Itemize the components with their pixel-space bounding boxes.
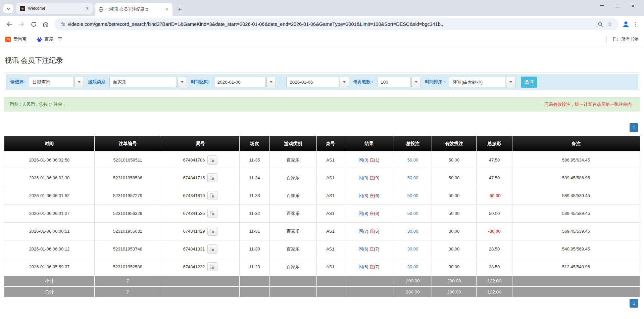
sort-order-select[interactable]: 降幂(由大到小) [449, 77, 515, 87]
tab-close-icon[interactable]: ✕ [164, 7, 170, 12]
round-number: 674841331 [183, 246, 205, 252]
cell-bet-id: 523101957279 [95, 187, 161, 204]
total-bet-link[interactable]: 50.00 [407, 193, 418, 198]
total-bet-link[interactable]: 30.00 [407, 246, 418, 252]
cell-payout: 50.00 [477, 204, 512, 222]
cell-note: 586.95/634.45 [512, 151, 640, 169]
chevron-down-icon[interactable] [340, 77, 349, 87]
total-bet-link[interactable]: 50.00 [407, 175, 418, 180]
query-type-select[interactable]: 日期查询 [29, 77, 84, 87]
home-icon [42, 21, 49, 28]
search-button[interactable]: 查询 [521, 77, 537, 88]
chevron-down-icon[interactable] [75, 77, 84, 87]
game-kind-select[interactable]: 百家乐 [109, 77, 187, 87]
all-bookmarks-button[interactable]: 所有书签 [613, 36, 639, 42]
reload-button[interactable] [28, 18, 40, 30]
total-bet-link[interactable]: 30.00 [407, 264, 418, 269]
site-settings-icon[interactable] [58, 19, 68, 29]
bookmark-label: 百度一下 [45, 36, 62, 42]
sum-game [270, 286, 317, 297]
cell-round: 674841331 [161, 240, 240, 258]
bookmark-taobao[interactable]: 淘 爱淘宝 [5, 36, 27, 42]
back-button[interactable] [3, 18, 15, 30]
cell-game-kind: 百家乐 [270, 258, 317, 276]
forward-button[interactable] [15, 18, 28, 30]
cell-note: 589.45/539.45 [512, 187, 640, 204]
tab-welcome[interactable]: ◆ Welcome ✕ [16, 3, 93, 14]
result-banker: 庄(9) [369, 175, 379, 181]
date-range-tilde: ~ [280, 80, 283, 85]
total-bet-link[interactable]: 50.00 [407, 157, 418, 163]
table-row: 2026-01-06 06:00:51523101955032674841429… [4, 222, 640, 240]
welcome-favicon-icon: ◆ [20, 6, 25, 11]
page-number-button[interactable]: 1 [630, 299, 638, 308]
minimize-button[interactable] [594, 0, 610, 11]
reload-icon [31, 21, 37, 28]
separator [606, 36, 607, 43]
total-bet-link[interactable]: 30.00 [407, 229, 418, 234]
video-replay-button[interactable] [207, 173, 217, 182]
filter-label-page-size: 每页笔数 : [353, 79, 373, 85]
page-size-select[interactable]: 100 [377, 77, 421, 87]
payout-value: 47.50 [489, 157, 500, 163]
tab-close-icon[interactable]: ✕ [84, 6, 90, 11]
tab-search-button[interactable] [3, 4, 13, 13]
video-replay-button[interactable] [207, 227, 217, 236]
taobao-icon: 淘 [5, 37, 11, 42]
close-button[interactable]: ✕ [625, 0, 641, 11]
cell-total-bet[interactable]: 50.00 [394, 151, 432, 169]
maximize-button[interactable] [610, 0, 625, 11]
cell-round: 674841786 [161, 151, 240, 169]
video-replay-button[interactable] [207, 262, 217, 271]
cell-table-number: AS1 [317, 240, 344, 258]
cell-valid-bet: 50.00 [432, 187, 477, 204]
video-replay-button[interactable] [207, 209, 217, 218]
video-replay-button[interactable] [207, 155, 217, 165]
result-banker: 庄(6) [369, 193, 379, 199]
new-tab-button[interactable]: + [175, 6, 185, 16]
cell-total-bet[interactable]: 50.00 [394, 204, 432, 222]
cell-total-bet[interactable]: 50.00 [394, 169, 432, 187]
zoom-icon[interactable] [596, 19, 605, 29]
address-bar[interactable]: videoie.com/game/betrecord_search/kind3?… [54, 18, 618, 30]
all-bookmarks-label: 所有书签 [621, 36, 639, 42]
payout-value: 47.50 [489, 175, 500, 180]
cell-table-number: AS1 [317, 187, 344, 204]
chevron-down-icon[interactable] [411, 77, 421, 87]
cell-time: 2026-01-06 06:00:51 [4, 222, 95, 240]
date-start-select[interactable]: 2026-01-06 [214, 77, 276, 87]
table-row: 2026-01-06 05:59:37523101952588674841232… [4, 258, 640, 276]
url-text[interactable]: videoie.com/game/betrecord_search/kind3?… [68, 21, 596, 27]
date-end-select[interactable]: 2026-01-06 [286, 77, 349, 87]
cell-total-bet[interactable]: 30.00 [394, 240, 432, 258]
sum-note [512, 286, 640, 297]
bookmark-label: 爱淘宝 [13, 36, 27, 42]
page-size-value: 100 [377, 77, 411, 87]
cell-table-number: AS1 [317, 151, 344, 169]
cell-total-bet[interactable]: 30.00 [394, 222, 432, 240]
home-button[interactable] [40, 18, 52, 30]
cell-note: 512.45/540.95 [512, 258, 640, 276]
total-bet-link[interactable]: 50.00 [407, 211, 418, 216]
bookmark-star-icon[interactable]: ☆ [605, 19, 614, 29]
cell-session: 11-29 [240, 258, 270, 276]
chevron-down-icon[interactable] [178, 77, 187, 87]
cell-bet-id: 523101959511 [95, 151, 161, 169]
page-number-button[interactable]: 1 [630, 123, 638, 132]
table-row: 2026-01-06 06:01:27523101956329674841535… [4, 204, 640, 222]
close-icon: ✕ [631, 3, 635, 8]
video-replay-button[interactable] [207, 244, 217, 254]
cell-round: 674841535 [161, 204, 240, 222]
tab-bet-records[interactable]: :::视讯 会员下注纪录::: ✕ [95, 3, 172, 16]
result-player: 闲(0) [359, 157, 368, 163]
chevron-down-icon[interactable] [506, 77, 515, 87]
cell-total-bet[interactable]: 30.00 [394, 258, 432, 276]
profile-avatar[interactable] [621, 19, 631, 29]
round-number: 674841535 [183, 211, 205, 216]
round-number: 674841429 [183, 229, 205, 234]
bookmark-baidu[interactable]: 百度一下 [37, 36, 62, 42]
browser-menu-button[interactable]: ⋮ [631, 21, 641, 28]
chevron-down-icon[interactable] [266, 77, 276, 87]
cell-total-bet[interactable]: 50.00 [394, 187, 432, 204]
video-replay-button[interactable] [207, 191, 217, 200]
